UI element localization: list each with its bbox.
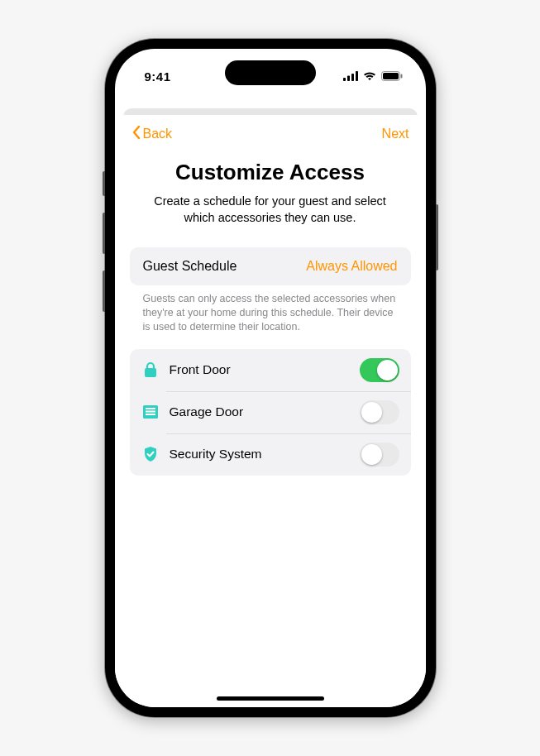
battery-icon xyxy=(381,71,403,81)
garage-icon xyxy=(141,403,160,421)
phone-side-buttons-left xyxy=(103,171,105,328)
guest-schedule-row[interactable]: Guest Schedule Always Allowed xyxy=(130,247,411,285)
lock-icon xyxy=(141,361,160,379)
status-time: 9:41 xyxy=(145,69,171,84)
accessory-toggle-security-system[interactable] xyxy=(360,443,399,467)
guest-schedule-value: Always Allowed xyxy=(306,259,397,274)
accessory-label: Security System xyxy=(170,447,350,462)
svg-rect-10 xyxy=(146,411,155,413)
svg-rect-11 xyxy=(146,414,155,415)
back-button[interactable]: Back xyxy=(131,125,173,143)
accessory-toggle-garage-door[interactable] xyxy=(360,400,399,424)
wifi-icon xyxy=(363,71,376,81)
phone-frame: 9:41 xyxy=(105,39,436,717)
page-subtitle: Create a schedule for your guest and sel… xyxy=(130,194,411,226)
svg-rect-9 xyxy=(146,408,155,409)
svg-rect-7 xyxy=(145,368,156,377)
back-label: Back xyxy=(143,127,173,141)
phone-side-button-right xyxy=(436,204,438,270)
dynamic-island xyxy=(225,60,316,85)
svg-rect-6 xyxy=(400,74,402,79)
svg-rect-2 xyxy=(351,74,354,81)
home-indicator[interactable] xyxy=(217,696,324,701)
cellular-signal-icon xyxy=(343,71,358,81)
shield-check-icon xyxy=(141,445,160,463)
modal-sheet: Back Next Customize Access Create a sche… xyxy=(115,115,426,707)
screen: 9:41 xyxy=(115,49,426,707)
accessory-row-security-system: Security System xyxy=(130,433,411,476)
svg-rect-0 xyxy=(343,78,346,81)
accessory-row-garage-door: Garage Door xyxy=(130,391,411,433)
accessory-toggle-front-door[interactable] xyxy=(360,358,399,382)
svg-rect-1 xyxy=(347,76,350,82)
status-indicators xyxy=(343,71,403,81)
accessory-label: Garage Door xyxy=(170,404,350,419)
next-button[interactable]: Next xyxy=(382,127,409,141)
chevron-left-icon xyxy=(131,125,141,143)
accessory-row-front-door: Front Door xyxy=(130,349,411,391)
guest-schedule-label: Guest Schedule xyxy=(143,259,237,274)
next-label: Next xyxy=(382,127,409,141)
accessory-label: Front Door xyxy=(170,362,350,377)
guest-schedule-helper: Guests can only access the selected acce… xyxy=(130,292,411,334)
page-title: Customize Access xyxy=(130,160,411,185)
nav-bar: Back Next xyxy=(130,115,411,155)
svg-rect-3 xyxy=(356,71,358,81)
svg-rect-5 xyxy=(383,73,399,79)
accessories-list: Front Door Garage Door xyxy=(130,349,411,476)
